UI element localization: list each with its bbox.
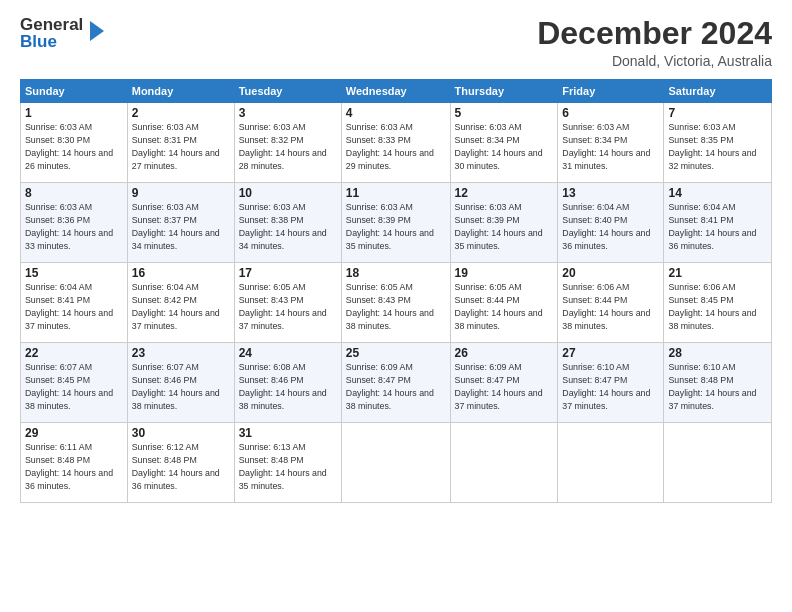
day-info: Sunrise: 6:03 AMSunset: 8:38 PMDaylight:… (239, 202, 327, 251)
calendar-cell: 13Sunrise: 6:04 AMSunset: 8:40 PMDayligh… (558, 183, 664, 263)
calendar-cell: 12Sunrise: 6:03 AMSunset: 8:39 PMDayligh… (450, 183, 558, 263)
day-info: Sunrise: 6:03 AMSunset: 8:30 PMDaylight:… (25, 122, 113, 171)
logo: General Blue (20, 16, 108, 50)
day-info: Sunrise: 6:03 AMSunset: 8:33 PMDaylight:… (346, 122, 434, 171)
calendar-cell: 16Sunrise: 6:04 AMSunset: 8:42 PMDayligh… (127, 263, 234, 343)
day-info: Sunrise: 6:05 AMSunset: 8:44 PMDaylight:… (455, 282, 543, 331)
week-row-2: 8Sunrise: 6:03 AMSunset: 8:36 PMDaylight… (21, 183, 772, 263)
col-header-sunday: Sunday (21, 80, 128, 103)
day-number: 11 (346, 186, 446, 200)
day-number: 28 (668, 346, 767, 360)
calendar-cell: 25Sunrise: 6:09 AMSunset: 8:47 PMDayligh… (341, 343, 450, 423)
day-info: Sunrise: 6:04 AMSunset: 8:40 PMDaylight:… (562, 202, 650, 251)
calendar-cell: 2Sunrise: 6:03 AMSunset: 8:31 PMDaylight… (127, 103, 234, 183)
calendar-cell: 17Sunrise: 6:05 AMSunset: 8:43 PMDayligh… (234, 263, 341, 343)
calendar-cell: 29Sunrise: 6:11 AMSunset: 8:48 PMDayligh… (21, 423, 128, 503)
calendar-cell (450, 423, 558, 503)
col-header-wednesday: Wednesday (341, 80, 450, 103)
day-number: 20 (562, 266, 659, 280)
day-info: Sunrise: 6:09 AMSunset: 8:47 PMDaylight:… (455, 362, 543, 411)
day-info: Sunrise: 6:03 AMSunset: 8:31 PMDaylight:… (132, 122, 220, 171)
day-info: Sunrise: 6:10 AMSunset: 8:48 PMDaylight:… (668, 362, 756, 411)
day-info: Sunrise: 6:05 AMSunset: 8:43 PMDaylight:… (346, 282, 434, 331)
col-header-tuesday: Tuesday (234, 80, 341, 103)
day-info: Sunrise: 6:06 AMSunset: 8:45 PMDaylight:… (668, 282, 756, 331)
calendar-cell: 19Sunrise: 6:05 AMSunset: 8:44 PMDayligh… (450, 263, 558, 343)
calendar-cell: 21Sunrise: 6:06 AMSunset: 8:45 PMDayligh… (664, 263, 772, 343)
calendar-cell: 3Sunrise: 6:03 AMSunset: 8:32 PMDaylight… (234, 103, 341, 183)
day-number: 30 (132, 426, 230, 440)
day-info: Sunrise: 6:03 AMSunset: 8:39 PMDaylight:… (346, 202, 434, 251)
day-info: Sunrise: 6:03 AMSunset: 8:35 PMDaylight:… (668, 122, 756, 171)
col-header-saturday: Saturday (664, 80, 772, 103)
col-header-monday: Monday (127, 80, 234, 103)
calendar-cell: 14Sunrise: 6:04 AMSunset: 8:41 PMDayligh… (664, 183, 772, 263)
day-info: Sunrise: 6:03 AMSunset: 8:34 PMDaylight:… (455, 122, 543, 171)
day-number: 4 (346, 106, 446, 120)
day-number: 24 (239, 346, 337, 360)
day-info: Sunrise: 6:04 AMSunset: 8:41 PMDaylight:… (25, 282, 113, 331)
calendar-cell: 27Sunrise: 6:10 AMSunset: 8:47 PMDayligh… (558, 343, 664, 423)
calendar-cell: 4Sunrise: 6:03 AMSunset: 8:33 PMDaylight… (341, 103, 450, 183)
calendar-cell: 10Sunrise: 6:03 AMSunset: 8:38 PMDayligh… (234, 183, 341, 263)
day-number: 26 (455, 346, 554, 360)
day-info: Sunrise: 6:03 AMSunset: 8:34 PMDaylight:… (562, 122, 650, 171)
calendar-cell (558, 423, 664, 503)
day-number: 5 (455, 106, 554, 120)
day-info: Sunrise: 6:07 AMSunset: 8:46 PMDaylight:… (132, 362, 220, 411)
day-number: 29 (25, 426, 123, 440)
day-info: Sunrise: 6:06 AMSunset: 8:44 PMDaylight:… (562, 282, 650, 331)
logo-icon (86, 17, 108, 45)
day-info: Sunrise: 6:13 AMSunset: 8:48 PMDaylight:… (239, 442, 327, 491)
day-number: 2 (132, 106, 230, 120)
calendar-cell: 1Sunrise: 6:03 AMSunset: 8:30 PMDaylight… (21, 103, 128, 183)
day-number: 17 (239, 266, 337, 280)
day-info: Sunrise: 6:11 AMSunset: 8:48 PMDaylight:… (25, 442, 113, 491)
day-info: Sunrise: 6:03 AMSunset: 8:39 PMDaylight:… (455, 202, 543, 251)
col-header-thursday: Thursday (450, 80, 558, 103)
day-number: 3 (239, 106, 337, 120)
calendar-cell: 15Sunrise: 6:04 AMSunset: 8:41 PMDayligh… (21, 263, 128, 343)
day-info: Sunrise: 6:09 AMSunset: 8:47 PMDaylight:… (346, 362, 434, 411)
calendar-cell: 30Sunrise: 6:12 AMSunset: 8:48 PMDayligh… (127, 423, 234, 503)
calendar-cell: 8Sunrise: 6:03 AMSunset: 8:36 PMDaylight… (21, 183, 128, 263)
day-info: Sunrise: 6:08 AMSunset: 8:46 PMDaylight:… (239, 362, 327, 411)
calendar-cell: 20Sunrise: 6:06 AMSunset: 8:44 PMDayligh… (558, 263, 664, 343)
calendar-cell: 18Sunrise: 6:05 AMSunset: 8:43 PMDayligh… (341, 263, 450, 343)
week-row-5: 29Sunrise: 6:11 AMSunset: 8:48 PMDayligh… (21, 423, 772, 503)
calendar-cell: 11Sunrise: 6:03 AMSunset: 8:39 PMDayligh… (341, 183, 450, 263)
calendar-cell: 22Sunrise: 6:07 AMSunset: 8:45 PMDayligh… (21, 343, 128, 423)
logo-general: General (20, 16, 83, 33)
week-row-3: 15Sunrise: 6:04 AMSunset: 8:41 PMDayligh… (21, 263, 772, 343)
col-header-friday: Friday (558, 80, 664, 103)
calendar-cell: 23Sunrise: 6:07 AMSunset: 8:46 PMDayligh… (127, 343, 234, 423)
day-number: 21 (668, 266, 767, 280)
calendar-cell: 5Sunrise: 6:03 AMSunset: 8:34 PMDaylight… (450, 103, 558, 183)
day-info: Sunrise: 6:03 AMSunset: 8:36 PMDaylight:… (25, 202, 113, 251)
calendar-cell (664, 423, 772, 503)
title-section: December 2024 Donald, Victoria, Australi… (537, 16, 772, 69)
day-number: 6 (562, 106, 659, 120)
week-row-4: 22Sunrise: 6:07 AMSunset: 8:45 PMDayligh… (21, 343, 772, 423)
day-number: 31 (239, 426, 337, 440)
week-row-1: 1Sunrise: 6:03 AMSunset: 8:30 PMDaylight… (21, 103, 772, 183)
day-number: 27 (562, 346, 659, 360)
day-number: 10 (239, 186, 337, 200)
day-number: 25 (346, 346, 446, 360)
day-number: 16 (132, 266, 230, 280)
day-info: Sunrise: 6:03 AMSunset: 8:37 PMDaylight:… (132, 202, 220, 251)
calendar-cell: 9Sunrise: 6:03 AMSunset: 8:37 PMDaylight… (127, 183, 234, 263)
day-info: Sunrise: 6:04 AMSunset: 8:41 PMDaylight:… (668, 202, 756, 251)
day-number: 7 (668, 106, 767, 120)
month-title: December 2024 (537, 16, 772, 51)
day-number: 23 (132, 346, 230, 360)
day-number: 1 (25, 106, 123, 120)
day-number: 13 (562, 186, 659, 200)
header: General Blue December 2024 Donald, Victo… (20, 16, 772, 69)
svg-marker-0 (90, 21, 104, 41)
calendar-cell: 6Sunrise: 6:03 AMSunset: 8:34 PMDaylight… (558, 103, 664, 183)
day-info: Sunrise: 6:07 AMSunset: 8:45 PMDaylight:… (25, 362, 113, 411)
calendar-cell: 31Sunrise: 6:13 AMSunset: 8:48 PMDayligh… (234, 423, 341, 503)
day-number: 12 (455, 186, 554, 200)
day-info: Sunrise: 6:05 AMSunset: 8:43 PMDaylight:… (239, 282, 327, 331)
